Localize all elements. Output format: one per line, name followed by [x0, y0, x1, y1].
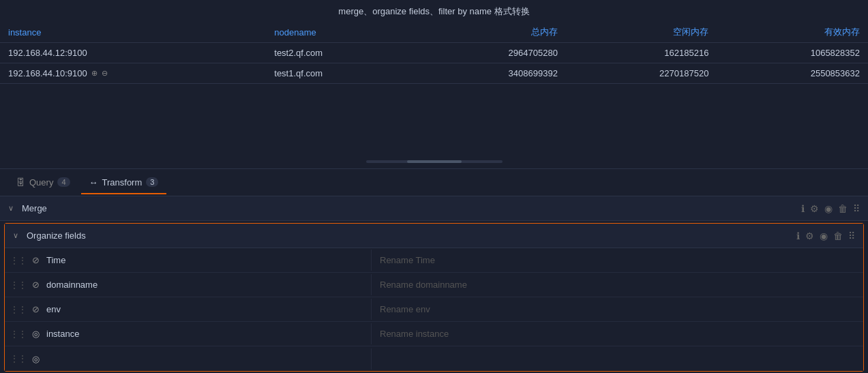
field-name-domainname: domainname — [44, 274, 371, 295]
field-rename-input-instance[interactable] — [371, 323, 863, 344]
organize-fields-title: Organize fields — [27, 230, 796, 241]
cell-valid-mem-0: 1065828352 — [717, 43, 868, 63]
field-drag-handle-env[interactable]: ⋮⋮ — [5, 305, 32, 314]
tab-transform-badge: 3 — [146, 177, 158, 187]
col-header-total-mem[interactable]: 总内存 — [415, 22, 566, 43]
organize-delete-icon[interactable]: 🗑 — [833, 230, 843, 241]
data-panel: merge、organize fields、filter by name 格式转… — [0, 0, 868, 169]
merge-delete-icon[interactable]: 🗑 — [838, 203, 848, 214]
merge-title: Merge — [22, 203, 801, 213]
table-header-row: instance nodename 总内存 空闲内存 有效内存 — [0, 22, 868, 43]
horizontal-scrollbar[interactable] — [366, 160, 503, 163]
merge-settings-icon[interactable]: ⚙ — [810, 203, 819, 214]
organize-fields-chevron-icon: ∨ — [13, 231, 18, 240]
cell-total-mem-1: 3408699392 — [415, 63, 566, 84]
col-header-instance[interactable]: instance — [0, 22, 266, 43]
field-row-time: ⋮⋮ ⊘ Time — [5, 248, 863, 273]
field-row-domainname: ⋮⋮ ⊘ domainname — [5, 273, 863, 297]
tab-transform[interactable]: ↔ Transform 3 — [81, 172, 167, 194]
zoom-out-icon[interactable]: ⊖ — [102, 69, 108, 78]
organize-drag-icon[interactable]: ⠿ — [848, 230, 855, 241]
cell-nodename-0: test2.qf.com — [266, 43, 415, 63]
field-visibility-icon-env[interactable]: ⊘ — [32, 304, 40, 314]
bottom-panel: 🗄 Query 4 ↔ Transform 3 ∨ Merge ℹ ⚙ ◉ 🗑 … — [0, 169, 868, 373]
organize-fields-actions: ℹ ⚙ ◉ 🗑 ⠿ — [796, 230, 855, 241]
cell-free-mem-1: 2270187520 — [566, 63, 717, 84]
field-row-instance: ⋮⋮ ◎ instance — [5, 322, 863, 346]
field-visibility-icon-domainname[interactable]: ⊘ — [32, 280, 40, 290]
field-name-time: Time — [44, 250, 371, 271]
col-header-valid-mem[interactable]: 有效内存 — [717, 22, 868, 43]
tab-bar: 🗄 Query 4 ↔ Transform 3 — [0, 169, 868, 196]
merge-section[interactable]: ∨ Merge ℹ ⚙ ◉ 🗑 ⠿ — [0, 196, 868, 221]
field-rename-input-env[interactable] — [371, 299, 863, 320]
cell-instance-0: 192.168.44.12:9100 — [0, 43, 266, 63]
db-icon: 🗄 — [16, 177, 25, 188]
zoom-in-icon[interactable]: ⊕ — [91, 69, 98, 78]
table-row: 192.168.44.10:9100 ⊕ ⊖ test1.qf.com 3408… — [0, 63, 868, 84]
field-rename-input-job[interactable] — [371, 348, 863, 370]
field-row-job: ⋮⋮ ◎ — [5, 346, 863, 371]
cell-valid-mem-1: 2550853632 — [717, 63, 868, 84]
organize-fields-section-wrapper: ∨ Organize fields ℹ ⚙ ◉ 🗑 ⠿ ⋮⋮ ⊘ Time — [4, 223, 864, 372]
field-rename-input-domainname[interactable] — [371, 274, 863, 295]
field-visibility-icon-instance[interactable]: ◎ — [32, 329, 40, 339]
field-drag-handle-domainname[interactable]: ⋮⋮ — [5, 280, 32, 290]
cell-nodename-1: test1.qf.com — [266, 63, 415, 84]
organize-fields-section[interactable]: ∨ Organize fields ℹ ⚙ ◉ 🗑 ⠿ — [5, 224, 863, 248]
data-table: instance nodename 总内存 空闲内存 有效内存 192.168. — [0, 22, 868, 84]
page-title: merge、organize fields、filter by name 格式转… — [0, 0, 868, 22]
field-name-env: env — [44, 299, 371, 320]
field-visibility-icon-time[interactable]: ⊘ — [32, 255, 40, 265]
cell-free-mem-0: 162185216 — [566, 43, 717, 63]
cell-total-mem-0: 2964705280 — [415, 43, 566, 63]
merge-chevron-icon: ∨ — [8, 204, 14, 213]
col-header-free-mem[interactable]: 空闲内存 — [566, 22, 717, 43]
col-header-nodename[interactable]: nodename — [266, 22, 415, 43]
merge-preview-icon[interactable]: ◉ — [824, 203, 833, 214]
cell-instance-1: 192.168.44.10:9100 ⊕ ⊖ — [0, 63, 266, 84]
merge-info-icon[interactable]: ℹ — [801, 203, 805, 214]
field-name-job — [44, 353, 371, 364]
tab-query-label: Query — [29, 177, 53, 188]
tab-transform-label: Transform — [102, 177, 143, 188]
field-drag-handle-instance[interactable]: ⋮⋮ — [5, 329, 32, 339]
organize-info-icon[interactable]: ℹ — [796, 230, 800, 241]
merge-drag-icon[interactable]: ⠿ — [853, 203, 860, 214]
arrows-icon: ↔ — [89, 177, 98, 188]
tab-query-badge: 4 — [57, 177, 70, 187]
table-row: 192.168.44.12:9100 test2.qf.com 29647052… — [0, 43, 868, 63]
field-name-instance: instance — [44, 323, 371, 344]
field-visibility-icon-job[interactable]: ◎ — [32, 354, 40, 364]
field-drag-handle-job[interactable]: ⋮⋮ — [5, 354, 32, 363]
merge-actions: ℹ ⚙ ◉ 🗑 ⠿ — [801, 203, 860, 214]
field-row-env: ⋮⋮ ⊘ env — [5, 297, 863, 322]
field-rename-input-time[interactable] — [371, 250, 863, 271]
organize-settings-icon[interactable]: ⚙ — [805, 230, 814, 241]
organize-preview-icon[interactable]: ◉ — [820, 230, 828, 241]
tab-query[interactable]: 🗄 Query 4 — [8, 172, 78, 194]
transform-content: ∨ Merge ℹ ⚙ ◉ 🗑 ⠿ ∨ Organize fields ℹ ⚙ … — [0, 196, 868, 373]
field-drag-handle-time[interactable]: ⋮⋮ — [5, 256, 32, 265]
